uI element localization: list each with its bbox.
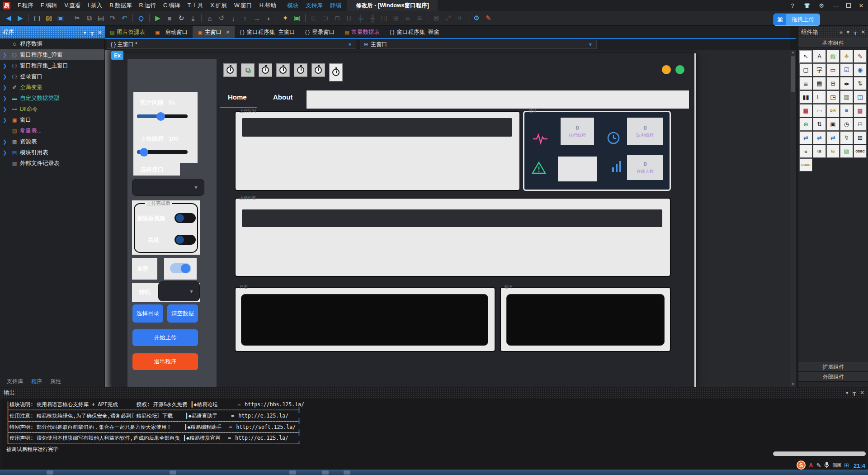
- dropdown-icon[interactable]: ▾: [84, 29, 86, 36]
- align-bottom-icon[interactable]: ⊔: [344, 13, 354, 24]
- menu-item-H.帮助[interactable]: H.帮助: [256, 0, 280, 11]
- fill-size-icon[interactable]: ⌗: [454, 13, 465, 24]
- component-mdi-window[interactable]: ▣: [826, 118, 840, 131]
- scroll-down-icon[interactable]: ▼: [790, 382, 796, 386]
- browse-icon[interactable]: ⌂: [204, 13, 215, 24]
- tab-登录窗口[interactable]: { }登录窗口: [300, 26, 340, 38]
- timer-component-icon[interactable]: [259, 63, 272, 77]
- ime-lang-icon[interactable]: A: [809, 462, 813, 469]
- pin-icon[interactable]: ┰: [853, 390, 856, 396]
- breakpoint-icon[interactable]: ◗: [263, 13, 274, 24]
- open-file-icon[interactable]: ▨: [43, 13, 54, 24]
- pin-icon[interactable]: ┰: [854, 29, 857, 35]
- taskbar-app-icon[interactable]: [170, 470, 176, 475]
- component-internet[interactable]: ⊕: [799, 118, 812, 131]
- timer-component-icon[interactable]: [276, 63, 290, 77]
- space-v-icon[interactable]: ≋: [414, 13, 425, 24]
- component-file-reader[interactable]: t▤: [813, 145, 826, 158]
- expand-chevron-icon[interactable]: ❯: [3, 85, 9, 90]
- component-datagram[interactable]: ⇄: [826, 131, 840, 144]
- stop-icon[interactable]: ■: [164, 13, 175, 24]
- tree-item-自定义数据类型[interactable]: ❯▬自定义数据类型: [0, 93, 104, 104]
- timer-component-icon[interactable]: [311, 63, 325, 77]
- component-h-scrollbar[interactable]: ◂▸: [840, 77, 853, 90]
- member-selector-combo[interactable]: ⊞ 主窗口 ▼: [360, 40, 597, 49]
- start-upload-button[interactable]: 开始上传: [132, 329, 198, 346]
- component-option-list[interactable]: ⊟: [826, 77, 840, 90]
- align-right-icon[interactable]: ⊐: [320, 13, 331, 24]
- step-out-icon[interactable]: ↑: [240, 13, 250, 24]
- component-progress-bar[interactable]: ▮▮: [799, 90, 812, 104]
- component-sketch-edit[interactable]: ✎: [854, 50, 867, 63]
- restart-icon[interactable]: ↻: [176, 13, 187, 24]
- tab-图片资源表[interactable]: ▨图片资源表: [105, 26, 150, 38]
- tree-item-窗口程序集_主窗口[interactable]: ❯{ }窗口程序集_主窗口: [0, 60, 104, 71]
- back-icon[interactable]: ◀: [3, 13, 14, 24]
- menu-item-X.扩展[interactable]: X.扩展: [207, 0, 231, 11]
- skin-icon[interactable]: 👕: [803, 3, 811, 9]
- component-static-text[interactable]: 字: [813, 63, 826, 76]
- component-com-port[interactable]: ↯: [840, 131, 853, 144]
- timer-component-icon[interactable]: [294, 63, 307, 77]
- drag-upload-button[interactable]: ⌘ 拖拽上传: [774, 14, 820, 26]
- color-picker-icon[interactable]: ✎: [483, 13, 494, 24]
- same-width-icon[interactable]: ◫: [379, 13, 390, 24]
- fit-icon[interactable]: ⤢: [443, 13, 453, 24]
- component-check-box[interactable]: ☑: [840, 63, 853, 76]
- expand-chevron-icon[interactable]: ❯: [3, 74, 9, 80]
- close-tab-icon[interactable]: ✕: [226, 29, 230, 35]
- interface-combo[interactable]: ▼: [132, 179, 204, 196]
- top-edit-bar[interactable]: [307, 90, 689, 109]
- panel-tab-属性[interactable]: 属性: [47, 378, 64, 385]
- tab-窗口程序集_弹窗[interactable]: { }窗口程序集_弹窗: [385, 26, 444, 38]
- taskbar-app-icon[interactable]: [47, 470, 53, 475]
- tree-item-窗口程序集_弹窗[interactable]: ❯{ }窗口程序集_弹窗: [0, 49, 104, 60]
- tab-about[interactable]: About: [273, 93, 292, 101]
- tools-icon[interactable]: ⚙: [471, 13, 482, 24]
- component-group-box[interactable]: ▢: [799, 63, 812, 76]
- lock-size-icon[interactable]: ⊠: [431, 13, 442, 24]
- minimize-icon[interactable]: —: [832, 2, 840, 9]
- exit-program-button[interactable]: 退出程序: [132, 353, 198, 370]
- settings-gear-icon[interactable]: ⚙: [817, 2, 826, 9]
- clear-data-button[interactable]: 清空数据: [167, 304, 198, 323]
- dropdown-icon[interactable]: ▾: [846, 390, 849, 396]
- class-selector-combo[interactable]: { } 主窗口 * ▼: [107, 40, 356, 49]
- taskbar-app-icon[interactable]: [344, 470, 350, 475]
- pen-icon[interactable]: ✎: [816, 462, 821, 469]
- component-data-grid[interactable]: ⊞: [854, 131, 867, 144]
- find-icon[interactable]: Ϙ: [136, 13, 146, 24]
- menu-item-T.工具[interactable]: T.工具: [184, 0, 207, 11]
- new-file-icon[interactable]: ▢: [32, 13, 42, 24]
- component-server-socket[interactable]: ⇄: [813, 131, 826, 144]
- tree-item-全局变量[interactable]: ❯✐全局变量: [0, 82, 104, 93]
- scroll-up-icon[interactable]: ▲: [790, 50, 796, 54]
- tree-item-常量表...[interactable]: ▤常量表...: [0, 125, 104, 136]
- menu-item-E.编辑[interactable]: E.编辑: [37, 0, 61, 11]
- timer-component-icon[interactable]: [223, 63, 237, 77]
- component-list-box[interactable]: ▤: [813, 77, 826, 90]
- tab-_启动窗口[interactable]: ▣_启动窗口: [150, 26, 193, 38]
- component-color-palette[interactable]: ▩: [854, 104, 867, 117]
- tree-item-外部文件记录表[interactable]: ▧外部文件记录表: [0, 158, 104, 169]
- component-media-player[interactable]: «: [799, 145, 812, 158]
- component-picture-box[interactable]: ▨: [826, 50, 840, 63]
- paste-icon[interactable]: ▤: [95, 13, 106, 24]
- insert-window-icon[interactable]: ▣: [292, 13, 302, 24]
- tree-item-模块引用表[interactable]: ❯▤模块引用表: [0, 147, 104, 158]
- pin-icon[interactable]: ┰: [90, 29, 94, 36]
- tree-item-登录窗口[interactable]: ❯{ }登录窗口: [0, 71, 104, 82]
- basic-components-section[interactable]: 基本组件: [798, 38, 868, 48]
- close-icon[interactable]: ✕: [857, 2, 865, 9]
- forward-icon[interactable]: ▶: [15, 13, 26, 24]
- menu-item-V.查看[interactable]: V.查看: [61, 0, 85, 11]
- component-dir-box[interactable]: DIR: [826, 104, 840, 117]
- component-tab-control[interactable]: ◳: [826, 90, 840, 104]
- run-icon[interactable]: ▶: [152, 13, 163, 24]
- shutdown-toggle[interactable]: [175, 235, 196, 245]
- component-odbc[interactable]: ODBC: [854, 145, 867, 158]
- tree-item-Dll命令[interactable]: ❯⊶Dll命令: [0, 104, 104, 114]
- delete-source-toggle[interactable]: [175, 213, 196, 223]
- panel-tab-支持库[interactable]: 支持库: [4, 378, 26, 385]
- restore-icon[interactable]: [846, 3, 851, 8]
